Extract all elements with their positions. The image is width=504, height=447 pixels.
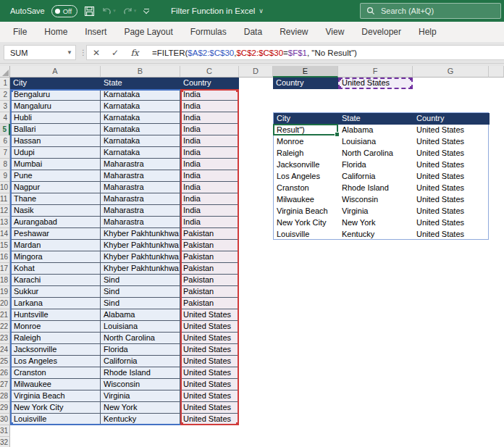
row-header-13[interactable]: 13 xyxy=(0,217,10,228)
result-cell-f7[interactable]: North Carolina xyxy=(342,148,413,159)
cell-b16[interactable]: Khyber Pakhtunkhwa xyxy=(101,251,180,263)
column-header-e[interactable]: E xyxy=(273,66,338,78)
cell-a10[interactable]: Nagpur xyxy=(10,182,101,193)
row-header-1[interactable]: 1 xyxy=(0,78,10,89)
row-header-9[interactable]: 9 xyxy=(0,170,10,182)
column-header-f[interactable]: F xyxy=(338,66,413,78)
cell-b2[interactable]: Karnataka xyxy=(101,89,180,101)
row-header-15[interactable]: 15 xyxy=(0,240,10,251)
result-cell-g7[interactable]: United States xyxy=(416,148,490,159)
result-cell-g14[interactable]: United States xyxy=(416,229,490,241)
row-header-24[interactable]: 24 xyxy=(0,344,10,356)
result-cell-e13[interactable]: New York City xyxy=(277,217,339,229)
column-header-c[interactable]: C xyxy=(180,66,239,78)
cell-b19[interactable]: Sind xyxy=(101,286,180,298)
row-header-32[interactable]: 32 xyxy=(0,437,10,447)
result-cell-g10[interactable]: United States xyxy=(416,183,490,194)
enter-icon[interactable]: ✓ xyxy=(106,48,125,58)
cell-b27[interactable]: Wisconsin xyxy=(101,379,180,390)
cell-b21[interactable]: Alabama xyxy=(101,309,180,321)
cell-b7[interactable]: Karnataka xyxy=(101,147,180,159)
cell-c10[interactable]: India xyxy=(180,182,239,193)
row-header-14[interactable]: 14 xyxy=(0,228,10,240)
cell-c19[interactable]: Pakistan xyxy=(180,286,239,298)
result-cell-e7[interactable]: Raleigh xyxy=(277,148,339,159)
result-cell-f5[interactable]: Alabama xyxy=(342,125,413,136)
result-cell-f10[interactable]: Rhode Island xyxy=(342,183,413,194)
cell-c6[interactable]: India xyxy=(180,135,239,147)
cell-b24[interactable]: Florida xyxy=(101,344,180,356)
cell-a3[interactable]: Mangaluru xyxy=(10,101,101,112)
row-header-4[interactable]: 4 xyxy=(0,112,10,124)
cell-a9[interactable]: Pune xyxy=(10,170,101,182)
result-cell-f12[interactable]: Virginia xyxy=(342,206,413,217)
cell-b9[interactable]: Maharastra xyxy=(101,170,180,182)
row-header-18[interactable]: 18 xyxy=(0,275,10,286)
result-cell-g8[interactable]: United States xyxy=(416,159,490,171)
cell-c24[interactable]: United States xyxy=(180,344,239,356)
cell-b18[interactable]: Sind xyxy=(101,275,180,286)
cell-b3[interactable]: Karnataka xyxy=(101,101,180,112)
insert-function-icon[interactable]: fx xyxy=(125,48,145,58)
cell-c20[interactable]: Pakistan xyxy=(180,298,239,309)
result-cell-e14[interactable]: Louisville xyxy=(277,229,339,241)
column-header-b[interactable]: B xyxy=(101,66,180,78)
row-header-21[interactable]: 21 xyxy=(0,309,10,321)
row-header-17[interactable]: 17 xyxy=(0,263,10,275)
cell-c9[interactable]: India xyxy=(180,170,239,182)
tab-page-layout[interactable]: Page Layout xyxy=(115,22,181,42)
cell-c30[interactable]: United States xyxy=(180,414,239,425)
cell-a7[interactable]: Udupi xyxy=(10,147,101,159)
cell-c15[interactable]: Pakistan xyxy=(180,240,239,251)
tab-help[interactable]: Help xyxy=(410,22,445,42)
result-cell-f9[interactable]: California xyxy=(342,171,413,183)
row-header-16[interactable]: 16 xyxy=(0,251,10,263)
row-header-31[interactable]: 31 xyxy=(0,425,10,437)
cell-a12[interactable]: Nasik xyxy=(10,205,101,217)
cell-a13[interactable]: Aurangabad xyxy=(10,217,101,228)
row-header-19[interactable]: 19 xyxy=(0,286,10,298)
cell-a17[interactable]: Kohat xyxy=(10,263,101,275)
cell-a14[interactable]: Peshawar xyxy=(10,228,101,240)
cell-c18[interactable]: Pakistan xyxy=(180,275,239,286)
result-cell-e5[interactable]: Result") xyxy=(277,125,339,136)
tab-view[interactable]: View xyxy=(317,22,353,42)
cell-a28[interactable]: Virginia Beach xyxy=(10,390,101,402)
cell-b14[interactable]: Khyber Pakhtunkhwa xyxy=(101,228,180,240)
row-header-6[interactable]: 6 xyxy=(0,135,10,147)
result-cell-f6[interactable]: Louisiana xyxy=(342,136,413,148)
cell-a26[interactable]: Cranston xyxy=(10,367,101,379)
cell-c25[interactable]: United States xyxy=(180,356,239,367)
row-header-3[interactable]: 3 xyxy=(0,101,10,112)
column-header-d[interactable]: D xyxy=(239,66,273,78)
result-header-state[interactable]: State xyxy=(339,113,413,125)
cell-b11[interactable]: Maharastra xyxy=(101,193,180,205)
cell-c22[interactable]: United States xyxy=(180,321,239,333)
tab-developer[interactable]: Developer xyxy=(353,22,410,42)
criteria-label-cell[interactable]: Country xyxy=(273,78,338,89)
select-all-corner[interactable] xyxy=(0,66,10,78)
left-table-header-state[interactable]: State xyxy=(101,78,180,89)
name-box-dropdown-icon[interactable]: ▼ xyxy=(64,49,75,56)
cell-a5[interactable]: Ballari xyxy=(10,124,101,135)
autosave-toggle[interactable]: Off xyxy=(51,5,78,17)
result-cell-e8[interactable]: Jacksonville xyxy=(277,159,339,171)
result-cell-g13[interactable]: United States xyxy=(416,217,490,229)
cell-c29[interactable]: United States xyxy=(180,402,239,414)
result-cell-e6[interactable]: Monroe xyxy=(277,136,339,148)
row-header-29[interactable]: 29 xyxy=(0,402,10,414)
cell-b17[interactable]: Khyber Pakhtunkhwa xyxy=(101,263,180,275)
cell-b5[interactable]: Karnataka xyxy=(101,124,180,135)
result-cell-f14[interactable]: Kentucky xyxy=(342,229,413,241)
cell-a29[interactable]: New York City xyxy=(10,402,101,414)
cell-a30[interactable]: Louisville xyxy=(10,414,101,425)
cell-c12[interactable]: India xyxy=(180,205,239,217)
cell-c27[interactable]: United States xyxy=(180,379,239,390)
left-table-header-city[interactable]: City xyxy=(10,78,101,89)
result-cell-g11[interactable]: United States xyxy=(416,194,490,206)
cell-a23[interactable]: Raleigh xyxy=(10,333,101,344)
result-cell-e9[interactable]: Los Angeles xyxy=(277,171,339,183)
row-header-12[interactable]: 12 xyxy=(0,205,10,217)
result-header-country[interactable]: Country xyxy=(413,113,490,125)
cell-c5[interactable]: India xyxy=(180,124,239,135)
